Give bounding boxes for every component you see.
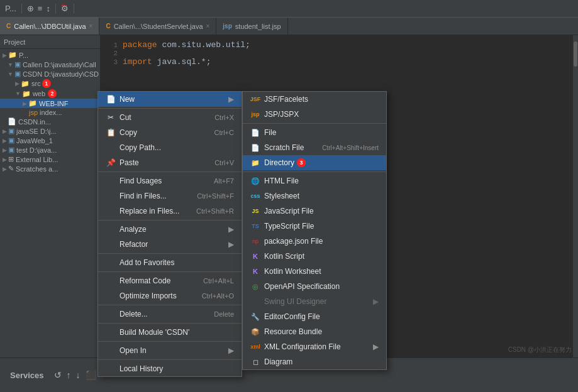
menu-item-copy[interactable]: 📋 Copy Ctrl+C xyxy=(98,125,242,140)
jsp-file-icon: jsp xyxy=(223,23,231,30)
tab-studentservlet[interactable]: C Callen\...\StudentServlet.java × xyxy=(99,18,216,35)
submenu-item-file[interactable]: 📄 File xyxy=(243,125,386,140)
services-label: Services xyxy=(5,368,49,383)
tree-item-javase[interactable]: ▶ ▣ javaSE D:\j... xyxy=(0,126,100,136)
submenu-item-openapi[interactable]: ◎ OpenAPI Specification xyxy=(243,279,386,294)
find-usages-icon xyxy=(106,176,116,186)
submenu-item-html[interactable]: 🌐 HTML File xyxy=(243,173,386,188)
tree-item-web[interactable]: ▼ 📁 web 2 xyxy=(0,89,100,99)
menu-item-new[interactable]: 📄 New ▶ xyxy=(98,92,242,107)
submenu-item-xml-config[interactable]: xml XML Configuration File ▶ xyxy=(243,339,386,354)
tab-close-jdbcutil[interactable]: × xyxy=(89,23,93,30)
submenu-item-scratch[interactable]: 📄 Scratch File Ctrl+Alt+Shift+Insert xyxy=(243,140,386,155)
reformat-shortcut: Ctrl+Alt+L xyxy=(203,277,234,285)
tree-item-webinf[interactable]: ▶ 📁 WEB-INF xyxy=(0,99,100,108)
tree-item-index[interactable]: jsp index... xyxy=(0,108,100,117)
menu-label-copy: Copy xyxy=(119,128,137,137)
submenu-label-kotlin-worksheet: Kotlin Worksheet xyxy=(264,267,321,276)
tree-item-csdn-file[interactable]: 📄 CSDN.in... xyxy=(0,117,100,126)
submenu-item-kotlin-script[interactable]: K Kotlin Script xyxy=(243,249,386,264)
submenu-item-directory[interactable]: 📁 Directory 3 xyxy=(243,155,386,170)
find-usages-shortcut: Alt+F7 xyxy=(214,177,234,185)
tree-item-external-lib[interactable]: ▶ ⊞ External Lib... xyxy=(0,155,100,164)
tree-item-test[interactable]: ▶ ▣ test D:\java... xyxy=(0,145,100,155)
swing-arrow: ▶ xyxy=(373,297,379,306)
refresh-icon[interactable]: ↺ xyxy=(54,370,62,380)
menu-item-copy-path[interactable]: Copy Path... xyxy=(98,140,242,155)
line-number-1: 1 xyxy=(101,41,123,49)
lib-icon: ⊞ xyxy=(8,155,14,163)
menu-item-delete[interactable]: Delete... Delete xyxy=(98,307,242,322)
menu-item-local-history[interactable]: Local History xyxy=(98,361,242,376)
menu-item-reformat[interactable]: Reformat Code Ctrl+Alt+L xyxy=(98,273,242,288)
tab-jdbcutil[interactable]: C Callen\...\JDBCUtil.java × xyxy=(0,18,99,35)
tree-item-callen[interactable]: ▼ ▣ Callen D:\javastudy\Call xyxy=(0,60,100,69)
add-icon[interactable]: ⊕ xyxy=(27,4,34,13)
tab-close-servlet[interactable]: × xyxy=(206,23,210,30)
stop-icon[interactable]: ⬛ xyxy=(86,370,96,380)
menu-label-paste: Paste xyxy=(119,158,139,167)
menu-item-cut[interactable]: ✂ Cut Ctrl+X xyxy=(98,110,242,125)
tab-studentlist[interactable]: jsp student_list.jsp xyxy=(216,18,287,35)
menu-item-paste[interactable]: 📌 Paste Ctrl+V xyxy=(98,155,242,170)
up-icon[interactable]: ↑ xyxy=(67,370,71,380)
menu-item-replace-in-files[interactable]: Replace in Files... Ctrl+Shift+R xyxy=(98,204,242,219)
submenu-item-ts[interactable]: TS TypeScript File xyxy=(243,219,386,234)
menu-label-add-favorites: Add to Favorites xyxy=(119,258,174,267)
submenu-label-kotlin-script: Kotlin Script xyxy=(264,252,304,261)
menu-item-open-in[interactable]: Open In ▶ xyxy=(98,343,242,358)
down-icon[interactable]: ↓ xyxy=(76,370,81,380)
list-icon[interactable]: ≡ xyxy=(38,4,43,13)
menu-item-add-favorites[interactable]: Add to Favorites xyxy=(98,255,242,270)
toolbar-separator-3 xyxy=(74,4,74,14)
submenu-item-diagram[interactable]: ◻ Diagram xyxy=(243,354,386,369)
tree-item-root[interactable]: ▶ 📁 P... xyxy=(0,50,100,60)
tree-label: test D:\java... xyxy=(16,146,57,154)
tree-item-src[interactable]: ▶ 📁 src ← 1 xyxy=(0,79,100,89)
tree-label: index... xyxy=(40,109,62,116)
tree-label: Scratches a... xyxy=(16,165,58,173)
submenu-label-jsp: JSP/JSPX xyxy=(264,110,299,119)
submenu-item-editorconfig[interactable]: 🔧 EditorConfig File xyxy=(243,309,386,324)
submenu-item-swing[interactable]: Swing UI Designer ▶ xyxy=(243,294,386,309)
submenu-label-openapi: OpenAPI Specification xyxy=(264,282,340,291)
menu-item-optimize-imports[interactable]: Optimize Imports Ctrl+Alt+O xyxy=(98,288,242,303)
menu-item-analyze[interactable]: Analyze ▶ xyxy=(98,222,242,237)
scratch-file-icon: 📄 xyxy=(250,143,260,153)
badge-3: 3 xyxy=(297,158,306,167)
editor-scrollbar[interactable] xyxy=(573,35,578,357)
paste-shortcut: Ctrl+V xyxy=(214,159,234,166)
project-icon[interactable]: P... xyxy=(5,4,16,13)
tree-item-csdn[interactable]: ▼ ▣ CSDN D:\javastudy\CSD xyxy=(0,69,100,79)
submenu-label-jsf: JSF/Facelets xyxy=(264,95,308,104)
npm-icon: np xyxy=(250,236,260,246)
submenu-item-resource-bundle[interactable]: 📦 Resource Bundle xyxy=(243,324,386,339)
submenu-item-jsf[interactable]: JSF JSF/Facelets xyxy=(243,92,386,107)
submenu-item-js[interactable]: JS JavaScript File xyxy=(243,204,386,219)
cut-icon: ✂ xyxy=(106,112,116,122)
menu-sep-5 xyxy=(98,271,242,272)
menu-item-find-in-files[interactable]: Find in Files... Ctrl+Shift+F xyxy=(98,188,242,204)
tab-bar: C Callen\...\JDBCUtil.java × C Callen\..… xyxy=(0,18,578,35)
refactor-arrow: ▶ xyxy=(228,240,234,249)
module-icon-2: ▣ xyxy=(14,70,21,78)
tree-item-scratches[interactable]: ▶ ✎ Scratches a... xyxy=(0,164,100,173)
menu-item-refactor[interactable]: Refactor ▶ xyxy=(98,237,242,252)
sort-icon[interactable]: ↕ xyxy=(46,4,50,13)
line-number-2: 2 xyxy=(101,50,123,57)
submenu-item-kotlin-worksheet[interactable]: K Kotlin Worksheet xyxy=(243,264,386,279)
submenu-item-package-json[interactable]: np package.json File xyxy=(243,234,386,249)
menu-label-build: Build Module 'CSDN' xyxy=(119,328,189,337)
submenu-item-stylesheet[interactable]: css Stylesheet xyxy=(243,188,386,204)
scratch-shortcut: Ctrl+Alt+Shift+Insert xyxy=(322,144,379,151)
tree-arrow: ▶ xyxy=(3,128,7,134)
submenu-label-scratch: Scratch File xyxy=(264,143,304,152)
menu-item-build-module[interactable]: Build Module 'CSDN' xyxy=(98,325,242,340)
menu-sep-6 xyxy=(98,305,242,305)
tree-label: CSDN D:\javastudy\CSD xyxy=(23,70,99,78)
menu-item-find-usages[interactable]: Find Usages Alt+F7 xyxy=(98,173,242,188)
menu-sep-7 xyxy=(98,323,242,324)
submenu-item-jsp[interactable]: jsp JSP/JSPX xyxy=(243,107,386,122)
tree-item-javaweb[interactable]: ▶ ▣ JavaWeb_1 xyxy=(0,136,100,145)
tree-arrow: ▶ xyxy=(3,156,7,163)
